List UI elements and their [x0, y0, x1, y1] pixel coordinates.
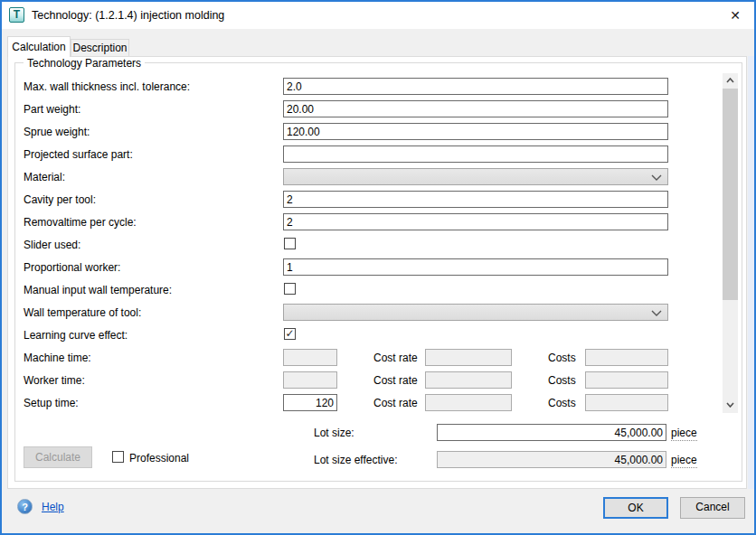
scrollbar-down-button[interactable] [723, 398, 738, 413]
chevron-up-icon [726, 78, 734, 83]
label-cavity-per-tool: Cavity per tool: [24, 193, 96, 206]
label-learning-curve: Learning curve effect: [24, 329, 128, 342]
checkbox-manual-wall-temperature[interactable] [284, 283, 296, 295]
label-worker-cost-rate: Cost rate [373, 374, 418, 387]
label-machine-cost-rate: Cost rate [373, 352, 418, 364]
input-max-wall-thickness[interactable] [283, 78, 668, 95]
input-worker-time [283, 371, 337, 389]
chevron-down-icon [726, 402, 734, 408]
input-lot-size[interactable] [437, 424, 666, 441]
label-setup-time: Setup time: [24, 397, 79, 409]
help-link[interactable]: Help [42, 501, 64, 513]
label-wall-temperature-tool: Wall temperature of tool: [24, 306, 141, 319]
label-slider-used: Slider used: [24, 239, 80, 251]
label-lot-size-effective: Lot size effective: [314, 454, 398, 466]
ok-button[interactable]: OK [603, 497, 668, 519]
label-worker-time: Worker time: [24, 374, 85, 387]
checkbox-professional[interactable] [112, 451, 124, 463]
input-part-weight[interactable] [283, 100, 668, 117]
label-machine-time: Machine time: [24, 352, 91, 364]
dropdown-material[interactable] [283, 168, 668, 185]
page-right-margin [748, 56, 756, 489]
input-cavity-per-tool[interactable] [283, 191, 668, 208]
scrollbar-up-button[interactable] [723, 73, 738, 89]
tab-description[interactable]: Description [71, 39, 129, 56]
label-part-weight: Part weight: [24, 103, 80, 116]
input-machine-time [283, 349, 337, 366]
input-worker-costs [585, 371, 668, 389]
label-setup-costs: Costs [548, 397, 576, 409]
group-legend: Technology Parameters [24, 57, 145, 70]
input-setup-cost-rate [425, 394, 512, 411]
input-lot-size-effective [437, 451, 666, 468]
label-material: Material: [24, 171, 65, 183]
unit-lot-size: piece [671, 427, 697, 441]
chevron-down-icon [651, 174, 662, 182]
vertical-scrollbar[interactable] [723, 73, 738, 413]
input-proportional-worker[interactable] [283, 258, 668, 276]
tab-calculation[interactable]: Calculation [7, 36, 71, 57]
label-proportional-worker: Proportional worker: [24, 261, 120, 274]
scrollbar-thumb[interactable] [723, 89, 738, 300]
checkbox-slider-used[interactable] [284, 238, 296, 249]
label-lot-size: Lot size: [314, 427, 354, 439]
checkbox-learning-curve[interactable]: ✓ [284, 328, 296, 340]
label-professional: Professional [129, 452, 189, 465]
input-worker-cost-rate [425, 371, 512, 389]
input-setup-time[interactable] [283, 394, 337, 411]
chevron-down-icon [651, 310, 662, 317]
help-icon[interactable]: ? [17, 499, 33, 514]
label-removaltime: Removaltime per cycle: [24, 216, 137, 229]
dropdown-wall-temperature[interactable] [283, 304, 668, 321]
input-removaltime[interactable] [283, 213, 668, 230]
technology-dialog: T Technology: (1.2.1.4) injection moldin… [0, 0, 756, 535]
unit-lot-size-effective: piece [671, 454, 697, 468]
input-sprue-weight[interactable] [283, 123, 668, 140]
input-setup-costs [585, 394, 668, 411]
cancel-button[interactable]: Cancel [680, 497, 745, 519]
calculate-button: Calculate [24, 446, 92, 468]
input-machine-costs [585, 349, 668, 366]
label-manual-wall-temperature: Manual input wall temperature: [24, 284, 172, 296]
input-projected-surface[interactable] [283, 145, 668, 163]
technology-icon: T [9, 7, 24, 23]
window-title: Technology: (1.2.1.4) injection molding [32, 9, 224, 22]
close-icon[interactable]: ✕ [725, 6, 745, 24]
label-machine-costs: Costs [548, 352, 576, 364]
input-machine-cost-rate [425, 349, 512, 366]
label-max-wall-thickness: Max. wall thickness incl. tolerance: [24, 80, 190, 93]
label-projected-surface: Projected surface part: [24, 148, 133, 161]
label-setup-cost-rate: Cost rate [373, 397, 418, 409]
label-worker-costs: Costs [548, 374, 576, 387]
label-sprue-weight: Sprue weight: [24, 126, 90, 138]
title-bar: T Technology: (1.2.1.4) injection moldin… [2, 2, 754, 29]
